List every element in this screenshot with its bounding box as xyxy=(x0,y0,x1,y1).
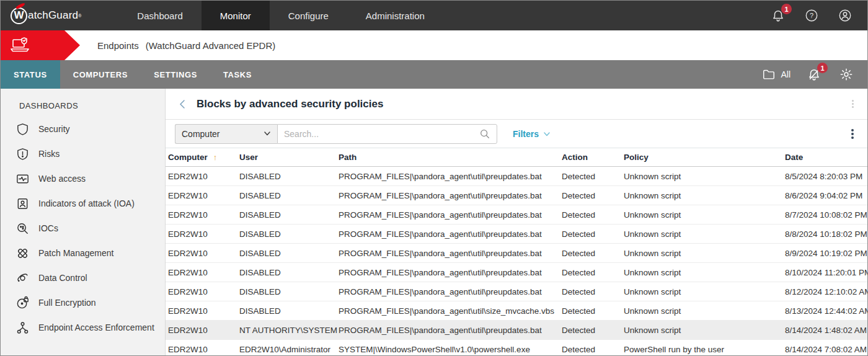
product-title: Endpoints xyxy=(97,40,139,51)
sidebar-item-indicators-of-attack-ioa[interactable]: Indicators of attack (IOA) xyxy=(1,191,165,216)
page-title: Blocks by advanced security policies xyxy=(197,98,383,110)
registered-mark: ® xyxy=(78,14,81,18)
shield-icon xyxy=(14,121,30,137)
patch-icon xyxy=(14,245,30,261)
cell-computer: EDR2W10 xyxy=(168,345,239,354)
sidebar-menu: SecurityRisksWeb accessIndicators of att… xyxy=(1,117,165,340)
cell-computer: EDR2W10 xyxy=(168,268,239,277)
gear-icon xyxy=(839,68,853,81)
section-tab-settings[interactable]: SETTINGS xyxy=(141,60,210,89)
table-row[interactable]: EDR2W10DISABLEDPROGRAM_FILES|\pandora_ag… xyxy=(166,205,867,225)
column-header-computer[interactable]: Computer↑ xyxy=(168,153,239,162)
search-category-value: Computer xyxy=(182,129,219,139)
sidebar-item-risks[interactable]: Risks xyxy=(1,141,165,166)
table-row[interactable]: EDR2W10DISABLEDPROGRAM_FILES|\pandora_ag… xyxy=(166,282,867,301)
cell-user: DISABLED xyxy=(239,287,339,296)
sidebar-item-label: Patch Management xyxy=(38,248,113,258)
cell-date: 8/9/2024 10:19:02 PM xyxy=(785,249,867,258)
back-button[interactable] xyxy=(178,99,189,110)
group-filter-button[interactable]: All xyxy=(762,68,790,81)
cell-user: DISABLED xyxy=(239,191,339,200)
cell-user: DISABLED xyxy=(239,172,339,181)
page-more-options-button[interactable] xyxy=(849,97,856,110)
sidebar-item-security[interactable]: Security xyxy=(1,117,165,141)
page-header: Blocks by advanced security policies xyxy=(166,89,867,120)
cell-path: PROGRAM_FILES|\pandora_agent\util\preupd… xyxy=(339,249,562,258)
notification-badge: 1 xyxy=(781,4,792,14)
section-tab-tasks[interactable]: TASKS xyxy=(210,60,265,89)
nav-tab-administration[interactable]: Administration xyxy=(347,1,443,30)
cell-date: 8/8/2024 10:18:02 PM xyxy=(785,229,867,239)
sidebar-item-endpoint-access-enforcement[interactable]: Endpoint Access Enforcement xyxy=(1,315,165,340)
chevron-down-icon xyxy=(264,129,271,139)
help-button[interactable]: ? xyxy=(803,7,820,24)
cell-date: 8/7/2024 10:08:02 PM xyxy=(785,210,867,220)
product-subtitle: (WatchGuard Advanced EPDR) xyxy=(146,40,276,51)
cell-user: DISABLED xyxy=(239,229,339,239)
section-bar-actions: All 1 xyxy=(762,60,867,89)
sidebar-item-label: Risks xyxy=(38,149,60,159)
cell-computer: EDR2W10 xyxy=(168,326,239,335)
shield-alert-icon xyxy=(14,146,30,162)
cell-path: SYSTEM|\WindowsPowerShell\v1.0\powershel… xyxy=(339,345,562,354)
search-icon[interactable] xyxy=(479,128,497,140)
column-header-user[interactable]: User xyxy=(239,153,339,162)
cell-action: Detected xyxy=(562,345,624,354)
table-row[interactable]: EDR2W10NT AUTHORITY\SYSTEMPROGRAM_FILES|… xyxy=(166,321,867,340)
table-row[interactable]: EDR2W10DISABLEDPROGRAM_FILES|\pandora_ag… xyxy=(166,225,867,244)
sidebar-item-full-encryption[interactable]: Full Encryption xyxy=(1,290,165,315)
nav-tab-dashboard[interactable]: Dashboard xyxy=(118,1,201,30)
chevron-left-icon xyxy=(178,99,188,109)
section-tab-computers[interactable]: COMPUTERS xyxy=(60,60,141,89)
sidebar-item-web-access[interactable]: Web access xyxy=(1,166,165,191)
alerts-muted-button[interactable]: 1 xyxy=(805,66,823,83)
cell-policy: Unknown script xyxy=(624,229,785,239)
table-row[interactable]: EDR2W10DISABLEDPROGRAM_FILES|\pandora_ag… xyxy=(166,263,867,282)
column-header-action[interactable]: Action xyxy=(562,153,624,162)
sidebar-item-label: Full Encryption xyxy=(38,298,96,308)
search-input[interactable] xyxy=(278,129,479,139)
table-more-options-button[interactable] xyxy=(849,127,856,141)
top-navigation-bar: W atchGuard ® DashboardMonitorConfigureA… xyxy=(1,1,867,30)
cell-policy: Unknown script xyxy=(624,249,785,258)
cell-user: EDR2W10\Administrator xyxy=(239,345,339,354)
column-header-date[interactable]: Date xyxy=(785,153,867,162)
table-row[interactable]: EDR2W10DISABLEDPROGRAM_FILES|\pandora_ag… xyxy=(166,167,867,186)
nav-tab-monitor[interactable]: Monitor xyxy=(202,1,270,30)
section-tab-status[interactable]: STATUS xyxy=(1,60,60,89)
account-icon xyxy=(838,9,852,22)
sidebar-item-data-control[interactable]: Data Control xyxy=(1,265,165,290)
column-header-path[interactable]: Path xyxy=(339,153,562,162)
cell-action: Detected xyxy=(562,268,624,277)
folder-icon xyxy=(762,68,776,81)
cell-date: 8/6/2024 9:04:02 PM xyxy=(785,191,867,200)
cell-date: 8/10/2024 11:20:01 PM xyxy=(785,268,867,277)
disc-lock-icon xyxy=(14,295,30,311)
product-bar: Endpoints (WatchGuard Advanced EPDR) xyxy=(1,30,867,60)
cell-computer: EDR2W10 xyxy=(168,191,239,200)
watchguard-logo-w: W xyxy=(14,9,24,22)
cell-policy: Unknown script xyxy=(624,268,785,277)
table-row[interactable]: EDR2W10DISABLEDPROGRAM_FILES|\pandora_ag… xyxy=(166,244,867,263)
table-row[interactable]: EDR2W10EDR2W10\AdministratorSYSTEM|\Wind… xyxy=(166,340,867,355)
settings-button[interactable] xyxy=(838,66,855,83)
table-row[interactable]: EDR2W10DISABLEDPROGRAM_FILES|\pandora_ag… xyxy=(166,186,867,205)
cell-path: PROGRAM_FILES|\pandora_agent\util\preupd… xyxy=(339,268,562,277)
column-header-policy[interactable]: Policy xyxy=(624,153,785,162)
watchguard-logo[interactable]: W atchGuard ® xyxy=(1,1,92,30)
search-category-select[interactable]: Computer xyxy=(175,124,277,144)
account-button[interactable] xyxy=(836,7,854,24)
notifications-button[interactable]: 1 xyxy=(769,7,787,24)
nav-tab-configure[interactable]: Configure xyxy=(270,1,347,30)
cell-user: DISABLED xyxy=(239,306,339,316)
cell-computer: EDR2W10 xyxy=(168,306,239,316)
cell-action: Detected xyxy=(562,249,624,258)
table-header-row: Computer↑ User Path Action Policy Date xyxy=(166,148,867,167)
table-row[interactable]: EDR2W10DISABLEDPROGRAM_FILES|\pandora_ag… xyxy=(166,301,867,321)
cell-date: 8/12/2024 12:10:02 AM xyxy=(785,287,867,296)
cell-action: Detected xyxy=(562,210,624,220)
sidebar-item-iocs[interactable]: IOCs xyxy=(1,216,165,241)
sidebar-item-patch-management[interactable]: Patch Management xyxy=(1,241,165,265)
filters-button[interactable]: Filters xyxy=(513,129,551,139)
cell-policy: Unknown script xyxy=(624,287,785,296)
